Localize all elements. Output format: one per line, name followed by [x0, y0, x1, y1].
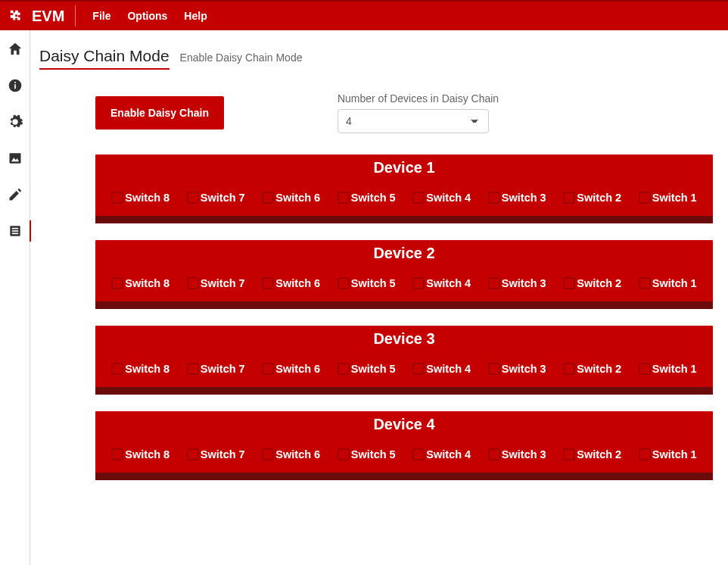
switch-checkbox[interactable] [338, 192, 350, 204]
devices-list: Device 1Switch 8Switch 7Switch 6Switch 5… [95, 155, 713, 480]
switch-label: Switch 8 [125, 448, 170, 460]
switch-checkbox[interactable] [262, 192, 274, 204]
info-icon[interactable] [7, 77, 23, 94]
device-footer [95, 473, 713, 480]
switch-label: Switch 4 [426, 192, 471, 204]
switch-cell: Switch 8 [111, 448, 170, 460]
switch-cell: Switch 4 [412, 448, 471, 460]
switch-checkbox[interactable] [488, 277, 500, 289]
image-icon[interactable] [7, 150, 23, 167]
logo-icon [8, 8, 26, 24]
device-card: Device 4Switch 8Switch 7Switch 6Switch 5… [95, 411, 713, 480]
switch-checkbox[interactable] [412, 277, 425, 289]
device-footer [95, 216, 713, 223]
switch-checkbox[interactable] [563, 192, 575, 204]
gear-icon[interactable] [7, 114, 23, 130]
svg-rect-7 [11, 230, 17, 232]
switch-cell: Switch 2 [563, 448, 621, 460]
switch-checkbox[interactable] [488, 363, 500, 375]
switch-label: Switch 6 [275, 277, 320, 289]
controls-row: Enable Daisy Chain Number of Devices in … [95, 92, 713, 133]
page-title: Daisy Chain Mode [39, 47, 170, 70]
switch-checkbox[interactable] [412, 363, 425, 375]
edit-icon[interactable] [7, 186, 23, 203]
switch-label: Switch 2 [577, 192, 621, 204]
switch-checkbox[interactable] [639, 277, 651, 289]
switch-cell: Switch 7 [187, 363, 245, 375]
switch-cell: Switch 6 [262, 448, 320, 460]
numdev-select[interactable]: 4 [338, 109, 489, 133]
switch-label: Switch 4 [426, 363, 471, 375]
switch-label: Switch 3 [502, 363, 546, 375]
switch-checkbox[interactable] [338, 277, 350, 289]
switch-label: Switch 8 [125, 277, 170, 289]
switch-checkbox[interactable] [338, 448, 350, 460]
switch-checkbox[interactable] [412, 192, 425, 204]
switch-checkbox[interactable] [563, 448, 575, 460]
switch-cell: Switch 1 [639, 363, 697, 375]
menu-item-options[interactable]: Options [127, 10, 167, 22]
switch-checkbox[interactable] [262, 277, 274, 289]
svg-rect-3 [9, 153, 20, 163]
switch-label: Switch 5 [351, 192, 396, 204]
svg-rect-2 [14, 82, 16, 83]
switch-checkbox[interactable] [262, 363, 274, 375]
numdev-label: Number of Devices in Daisy Chain [338, 92, 499, 105]
switch-label: Switch 3 [502, 277, 546, 289]
menu-item-file[interactable]: File [92, 10, 110, 22]
switch-checkbox[interactable] [639, 363, 651, 375]
switch-cell: Switch 5 [338, 448, 396, 460]
topbar: EVM File Options Help [0, 0, 728, 30]
device-card: Device 2Switch 8Switch 7Switch 6Switch 5… [95, 240, 713, 309]
menu: File Options Help [92, 10, 207, 22]
device-title: Device 2 [95, 245, 713, 267]
switch-checkbox[interactable] [111, 192, 123, 204]
switch-label: Switch 5 [351, 277, 396, 289]
switch-checkbox[interactable] [187, 277, 199, 289]
switch-cell: Switch 3 [488, 363, 546, 375]
switch-label: Switch 1 [652, 277, 697, 289]
switch-checkbox[interactable] [412, 448, 425, 460]
switch-checkbox[interactable] [111, 363, 123, 375]
svg-rect-1 [14, 84, 16, 89]
page-header: Daisy Chain Mode Enable Daisy Chain Mode [39, 47, 713, 70]
switch-label: Switch 7 [201, 192, 245, 204]
switch-cell: Switch 3 [488, 192, 546, 204]
switch-cell: Switch 4 [412, 192, 471, 204]
switch-label: Switch 7 [201, 363, 245, 375]
switch-row: Switch 8Switch 7Switch 6Switch 5Switch 4… [95, 181, 713, 216]
switch-label: Switch 2 [577, 363, 621, 375]
switch-cell: Switch 3 [488, 277, 546, 289]
home-icon[interactable] [7, 41, 23, 58]
device-title: Device 3 [95, 330, 713, 352]
switch-checkbox[interactable] [187, 192, 199, 204]
switch-cell: Switch 5 [338, 363, 396, 375]
switch-cell: Switch 3 [488, 448, 546, 460]
switch-label: Switch 1 [652, 363, 697, 375]
switch-checkbox[interactable] [187, 448, 199, 460]
switch-checkbox[interactable] [639, 192, 651, 204]
switch-checkbox[interactable] [488, 448, 500, 460]
menu-item-help[interactable]: Help [184, 10, 207, 22]
switch-checkbox[interactable] [262, 448, 274, 460]
switch-checkbox[interactable] [563, 363, 575, 375]
switch-row: Switch 8Switch 7Switch 6Switch 5Switch 4… [95, 267, 713, 301]
switch-checkbox[interactable] [639, 448, 651, 460]
switch-checkbox[interactable] [187, 363, 199, 375]
switch-checkbox[interactable] [563, 277, 575, 289]
page-subtitle: Enable Daisy Chain Mode [180, 52, 303, 64]
switch-checkbox[interactable] [338, 363, 350, 375]
switch-checkbox[interactable] [111, 277, 123, 289]
switch-label: Switch 8 [125, 363, 170, 375]
switch-cell: Switch 1 [639, 448, 697, 460]
switch-cell: Switch 7 [187, 277, 245, 289]
switch-checkbox[interactable] [111, 448, 123, 460]
switch-label: Switch 2 [577, 277, 621, 289]
switch-label: Switch 4 [426, 277, 471, 289]
switch-cell: Switch 6 [262, 363, 320, 375]
switch-checkbox[interactable] [488, 192, 500, 204]
switch-cell: Switch 8 [111, 363, 170, 375]
active-indicator [30, 220, 31, 242]
enable-daisy-chain-button[interactable]: Enable Daisy Chain [95, 96, 224, 130]
list-icon[interactable] [7, 223, 23, 239]
